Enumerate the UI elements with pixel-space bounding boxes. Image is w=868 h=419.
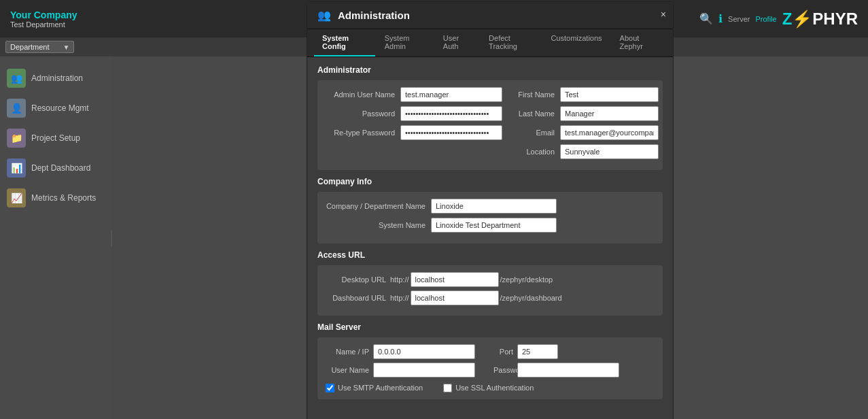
modal-title-icon: 👥 [317, 9, 331, 22]
sidebar-item-resource-mgmt[interactable]: 👤 Resource Mgmt [0, 93, 112, 123]
company-info-section: Company / Department Name System Name [317, 192, 663, 244]
project-icon: 📁 [7, 129, 26, 148]
admin-username-input[interactable] [400, 87, 502, 102]
sidebar-item-administration[interactable]: 👥 Administration [0, 63, 112, 93]
modal-header: 👥 Administration × [307, 2, 673, 29]
resource-icon: 👤 [7, 99, 26, 118]
retype-password-label: Re-type Password [326, 129, 400, 137]
company-dept-name-row: Company / Department Name [326, 199, 655, 214]
company-dept-name-input[interactable] [431, 199, 557, 214]
mail-password-input[interactable] [517, 363, 619, 378]
desktop-url-prefix: http:// [390, 275, 409, 284]
modal-body: Administrator Admin User Name Password [307, 57, 673, 414]
dashboard-url-label: Dashboard URL [326, 294, 390, 302]
first-name-row: First Name [509, 87, 659, 102]
mail-username-label: User Name [326, 366, 373, 374]
mail-password-right: Password [493, 363, 655, 378]
sidebar: 👥 Administration 👤 Resource Mgmt 📁 Proje… [0, 56, 112, 419]
port-label: Port [493, 348, 517, 356]
dept-icon: 📊 [7, 158, 26, 178]
administration-modal: 👥 Administration × System Config System … [307, 1, 674, 420]
company-name: Your Company [10, 10, 77, 20]
smtp-ssl-row: Use SMTP Authentication Use SSL Authenti… [326, 381, 655, 392]
close-button[interactable]: × [661, 9, 666, 20]
system-name-row: System Name [326, 218, 655, 233]
sidebar-item-project-setup[interactable]: 📁 Project Setup [0, 123, 112, 153]
smtp-auth-checkbox-item: Use SMTP Authentication [326, 384, 423, 392]
sidebar-item-metrics[interactable]: 📈 Metrics & Reports [0, 183, 112, 213]
metrics-icon: 📈 [7, 188, 26, 207]
email-input[interactable] [560, 125, 659, 140]
zephyr-logo: Z⚡PHYR [782, 10, 858, 29]
email-label: Email [509, 129, 560, 137]
email-row: Email [509, 125, 659, 140]
desktop-url-host-input[interactable] [411, 272, 499, 287]
profile-link[interactable]: Profile [755, 15, 776, 23]
department-dropdown[interactable]: Department ▼ [5, 41, 74, 53]
administrator-section-title: Administrator [317, 65, 663, 75]
company-info-section-title: Company Info [317, 177, 663, 186]
smtp-auth-label: Use SMTP Authentication [338, 384, 423, 392]
tab-customizations[interactable]: Customizations [542, 29, 610, 56]
dropdown-label: Department [10, 43, 49, 51]
admin-two-col: Admin User Name Password Re-type Passwor… [326, 87, 655, 163]
ssl-auth-checkbox-item: Use SSL Authentication [443, 384, 534, 392]
location-input[interactable] [560, 144, 659, 159]
name-ip-input[interactable] [373, 344, 475, 359]
name-ip-label: Name / IP [326, 348, 373, 356]
last-name-label: Last Name [509, 110, 560, 118]
desktop-url-suffix: /zephyr/desktop [500, 275, 553, 284]
tab-about-zephyr[interactable]: About Zephyr [612, 29, 666, 56]
dashboard-url-row: Dashboard URL http:// /zephyr/dashboard [326, 290, 655, 305]
sidebar-label-administration: Administration [31, 73, 83, 83]
ssl-auth-label: Use SSL Authentication [455, 384, 534, 392]
admin-left-col: Admin User Name Password Re-type Passwor… [326, 87, 502, 163]
mail-name-ip-left: Name / IP [326, 344, 487, 359]
mail-username-input[interactable] [373, 363, 475, 378]
first-name-input[interactable] [560, 87, 659, 102]
sidebar-label-project: Project Setup [31, 133, 80, 143]
dashboard-url-host-input[interactable] [411, 290, 499, 305]
dept-name: Test Department [10, 20, 77, 29]
chevron-down-icon: ▼ [63, 44, 69, 51]
password-label: Password [326, 110, 400, 118]
retype-password-row: Re-type Password [326, 125, 502, 140]
search-icon[interactable]: 🔍 [699, 12, 713, 25]
desktop-url-label: Desktop URL [326, 275, 390, 284]
top-right: 🔍 ℹ Server Profile Z⚡PHYR [699, 10, 858, 29]
tab-user-auth[interactable]: User Auth [435, 29, 479, 56]
ssl-auth-checkbox[interactable] [443, 384, 452, 392]
modal-overlay: 👥 Administration × System Config System … [112, 56, 868, 419]
modal-tabs: System Config System Admin User Auth Def… [307, 29, 673, 57]
company-info: Your Company Test Department [10, 10, 77, 29]
admin-username-row: Admin User Name [326, 87, 502, 102]
password-row: Password [326, 106, 502, 121]
main-content: 👥 Administration × System Config System … [112, 56, 868, 419]
modal-footer: Save Cancel [307, 414, 673, 420]
last-name-row: Last Name [509, 106, 659, 121]
first-name-label: First Name [509, 90, 560, 99]
mail-server-section-title: Mail Server [317, 322, 663, 332]
tab-system-admin[interactable]: System Admin [377, 29, 434, 56]
sidebar-label-dept: Dept Dashboard [31, 163, 90, 173]
retype-password-input[interactable] [400, 125, 502, 140]
port-input[interactable] [517, 344, 558, 359]
sidebar-label-resource: Resource Mgmt [31, 103, 89, 113]
mail-user-pass-row: User Name Password [326, 363, 655, 378]
location-label: Location [509, 148, 560, 156]
smtp-auth-checkbox[interactable] [326, 384, 334, 392]
info-icon[interactable]: ℹ [718, 12, 723, 25]
desktop-url-row: Desktop URL http:// /zephyr/desktop [326, 272, 655, 287]
tab-system-config[interactable]: System Config [314, 29, 375, 56]
sidebar-label-metrics: Metrics & Reports [31, 193, 96, 203]
admin-right-col: First Name Last Name Email [509, 87, 659, 163]
system-name-input[interactable] [431, 218, 557, 233]
admin-icon: 👥 [7, 69, 26, 88]
access-url-section-title: Access URL [317, 250, 663, 260]
server-label: Server [728, 15, 750, 23]
sidebar-item-dept-dashboard[interactable]: 📊 Dept Dashboard [0, 153, 112, 183]
password-input[interactable] [400, 106, 502, 121]
company-dept-name-label: Company / Department Name [326, 202, 431, 210]
last-name-input[interactable] [560, 106, 659, 121]
tab-defect-tracking[interactable]: Defect Tracking [481, 29, 541, 56]
